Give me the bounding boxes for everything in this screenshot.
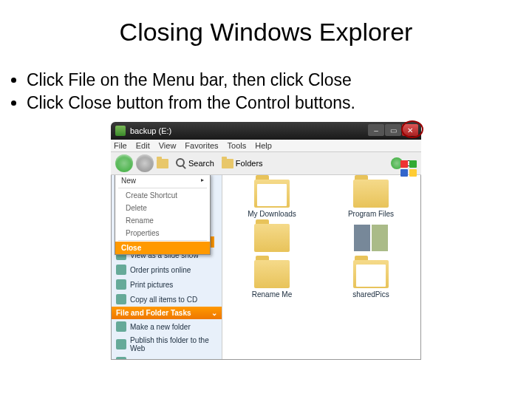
task-share[interactable]: Share this folder [112,355,222,360]
file-folder-tasks-header[interactable]: File and Folder Tasks ⌄ [112,307,222,319]
file-label: Program Files [348,210,394,218]
windows-logo-icon [400,160,417,177]
task-label: Copy all items to CD [130,296,197,304]
forward-button[interactable] [136,154,154,172]
titlebar: backup (E:) – ▭ ✕ [111,122,421,140]
chevron-down-icon: ⌄ [211,309,217,317]
task-label: Make a new folder [130,323,191,331]
header-label: File and Folder Tasks [116,309,191,317]
task-new-folder[interactable]: Make a new folder [112,319,222,334]
sidebar: New ▸ Create Shortcut Delete Rename Prop… [112,175,222,359]
publish-icon [116,339,126,349]
folders-button[interactable]: Folders [222,159,263,168]
cd-icon [116,294,126,304]
search-button[interactable]: Search [176,158,214,168]
menu-view[interactable]: View [159,141,177,150]
submenu-arrow-icon: ▸ [201,177,204,183]
new-folder-icon [116,321,126,332]
toolbar: Search Folders Go [111,152,421,175]
up-folder-icon[interactable] [157,159,168,168]
task-label: Order prints online [130,266,191,274]
slide-title: Closing Windows Explorer [0,18,532,47]
folder-icon [353,260,389,288]
folders-icon [222,159,233,168]
menu-create-shortcut[interactable]: Create Shortcut [115,189,210,202]
folder-icon [353,180,389,208]
menu-separator [118,188,207,188]
explorer-window: backup (E:) – ▭ ✕ File Edit View Favorit… [111,122,421,360]
file-label: Rename Me [252,290,292,299]
maximize-button[interactable]: ▭ [385,124,401,136]
window-title: backup (E:) [130,126,171,135]
folder-icon [254,260,290,288]
file-context-menu: New ▸ Create Shortcut Delete Rename Prop… [115,175,211,255]
menu-properties[interactable]: Properties [115,227,210,239]
prints-icon [116,265,126,275]
menu-new[interactable]: New ▸ [115,175,210,187]
menu-close[interactable]: Close [115,242,210,254]
picture-tasks: View as a slide show Order prints online… [112,248,222,307]
menu-separator [118,240,207,241]
menu-help[interactable]: Help [255,141,272,150]
folder-item[interactable] [227,224,317,254]
file-label: My Downloads [248,210,296,218]
back-button[interactable] [115,154,133,172]
task-publish[interactable]: Publish this folder to the Web [112,334,222,355]
menu-rename[interactable]: Rename [115,214,210,227]
folder-icon [254,180,290,208]
folder-item[interactable]: Rename Me [227,260,317,299]
share-icon [116,357,126,360]
drive-icon [115,126,126,136]
window-controls: – ▭ ✕ [368,124,418,136]
bullet-item: Click Close button from the Control butt… [27,93,532,113]
task-copy-cd[interactable]: Copy all items to CD [112,292,222,307]
folder-icon [254,224,290,252]
task-label: Print pictures [130,281,173,289]
menu-edit[interactable]: Edit [136,141,150,150]
task-label: Publish this folder to the Web [130,336,217,352]
menu-tools[interactable]: Tools [228,141,247,150]
folder-item[interactable]: My Downloads [227,180,317,218]
slide-bullets: Click File on the Menu bar, then click C… [27,70,532,113]
task-print[interactable]: Print pictures [112,277,222,292]
folder-item[interactable]: sharedPics [326,260,416,299]
search-icon [176,158,186,168]
close-button[interactable]: ✕ [402,124,418,136]
menu-favorites[interactable]: Favorites [185,141,218,150]
folder-item[interactable]: Program Files [326,180,416,218]
thumbnail-icon [353,224,389,252]
file-pane: My Downloads Program Files Rename Me sha… [222,175,420,359]
content-area: New ▸ Create Shortcut Delete Rename Prop… [111,175,421,360]
task-label: Share this folder [130,358,184,361]
menu-file[interactable]: File [114,141,127,150]
menu-item-label: New [121,177,136,185]
printer-icon [116,279,126,290]
minimize-button[interactable]: – [368,124,384,136]
folders-label: Folders [236,159,263,168]
folder-item[interactable] [326,224,416,254]
menu-delete[interactable]: Delete [115,202,210,214]
search-label: Search [188,159,214,168]
file-label: sharedPics [352,290,389,299]
task-order-prints[interactable]: Order prints online [112,262,222,277]
menubar: File Edit View Favorites Tools Help [111,140,421,152]
bullet-item: Click File on the Menu bar, then click C… [27,70,532,90]
